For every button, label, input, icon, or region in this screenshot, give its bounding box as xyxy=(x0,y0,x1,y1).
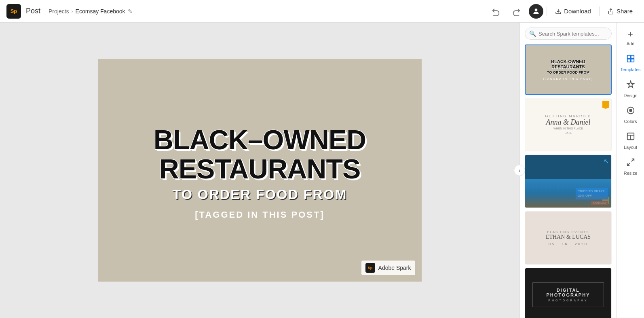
sidebar-add-label: Add xyxy=(627,41,635,46)
app-header: Sp Post Projects › Ecomsay Facebook ✎ Do… xyxy=(0,0,644,23)
sidebar-item-resize[interactable]: Resize xyxy=(619,155,643,179)
breadcrumb: Projects › Ecomsay Facebook ✎ xyxy=(49,8,133,15)
canvas-headline-line2: RESTAURANTS xyxy=(154,155,366,183)
watermark-text: Adobe Spark xyxy=(378,265,411,271)
sidebar-item-design[interactable]: Design xyxy=(619,77,643,101)
canvas-subtext: TO ORDER FOOD FROM xyxy=(154,187,366,202)
t-wedding2-date: 05 . 16 . 2020 xyxy=(549,242,588,246)
t-photography-title: DIGITALPHOTOGRAPHY xyxy=(538,288,599,297)
sidebar-item-templates[interactable]: Templates xyxy=(619,51,643,75)
app-name: Post xyxy=(26,7,40,15)
travel-arrow-icon: ↖ xyxy=(604,157,609,165)
header-right-controls: Download Share xyxy=(529,4,638,19)
template-card-wedding[interactable]: GETTING MARRIED Anna & Daniel WHEN IN TH… xyxy=(525,98,612,151)
share-label: Share xyxy=(617,8,633,15)
sidebar-design-label: Design xyxy=(623,93,637,98)
svg-point-0 xyxy=(535,8,538,11)
template-card-restaurants[interactable]: BLACK-OWNEDRESTAURANTSTO ORDER FOOD FROM… xyxy=(525,45,612,95)
svg-rect-4 xyxy=(631,55,633,58)
t-photography-sub: PHOTOGRAPHY xyxy=(538,299,599,302)
edit-title-icon[interactable]: ✎ xyxy=(128,8,133,15)
svg-point-8 xyxy=(629,109,632,112)
template-card-photography[interactable]: DIGITALPHOTOGRAPHY PHOTOGRAPHY xyxy=(525,268,612,318)
app-logo: Sp xyxy=(6,4,21,19)
canvas-tag: [TAGGED IN THIS POST] xyxy=(154,210,366,219)
canvas-area: BLACK–OWNED RESTAURANTS TO ORDER FOOD FR… xyxy=(0,23,519,318)
add-icon: + xyxy=(628,29,633,40)
t-wedding2-names: ETHAN & LUCAS xyxy=(546,234,591,240)
svg-rect-6 xyxy=(631,59,633,62)
t-wedding-title: GETTING MARRIED xyxy=(545,114,591,118)
sidebar-item-layout[interactable]: Layout xyxy=(619,129,643,153)
layout-icon xyxy=(626,132,635,143)
template-preview-wedding2: FLASHING EVENTS ETHAN & LUCAS 05 . 16 . … xyxy=(525,212,611,264)
undo-button[interactable] xyxy=(488,5,504,17)
resize-icon xyxy=(626,158,635,169)
breadcrumb-separator: › xyxy=(72,8,73,14)
header-center-controls xyxy=(488,5,524,17)
watermark-logo: Sp xyxy=(365,263,375,273)
sidebar-item-add[interactable]: + Add xyxy=(619,26,643,49)
t-wedding2-title: FLASHING EVENTS xyxy=(547,230,589,234)
undo-redo-group xyxy=(488,5,524,17)
header-divider xyxy=(547,6,547,16)
svg-line-13 xyxy=(627,163,629,165)
templates-icon xyxy=(626,54,635,66)
header-divider2 xyxy=(599,6,600,16)
canvas-headline-line1: BLACK–OWNED xyxy=(154,125,366,154)
t-wedding-names: Anna & Daniel xyxy=(546,118,591,127)
breadcrumb-root[interactable]: Projects xyxy=(49,8,69,15)
panel-collapse-button[interactable]: ‹ xyxy=(514,165,525,176)
t-wedding-detail: WHEN IN THIS PLACEDATE xyxy=(553,127,583,135)
bookmark-badge-wedding xyxy=(602,101,609,109)
template-preview-restaurants: BLACK-OWNEDRESTAURANTSTO ORDER FOOD FROM… xyxy=(526,45,611,94)
template-preview-wedding: GETTING MARRIED Anna & Daniel WHEN IN TH… xyxy=(525,98,611,151)
canvas-headline-group: BLACK–OWNED RESTAURANTS TO ORDER FOOD FR… xyxy=(137,117,382,223)
sidebar-colors-label: Colors xyxy=(624,119,637,124)
colors-icon xyxy=(626,106,635,117)
redo-button[interactable] xyxy=(509,5,524,17)
search-input[interactable] xyxy=(538,31,607,37)
sidebar-icons: + Add Templates Design Colors xyxy=(617,23,644,318)
design-icon xyxy=(626,80,635,91)
download-label: Download xyxy=(564,8,591,15)
template-preview-travel: ↖ TRIPS TO BRAZIL25% OFF BOOK NOW xyxy=(525,155,611,208)
breadcrumb-current: Ecomsay Facebook xyxy=(76,8,125,15)
canvas-watermark: Sp Adobe Spark xyxy=(361,261,415,275)
main-content: BLACK–OWNED RESTAURANTS TO ORDER FOOD FR… xyxy=(0,23,644,318)
template-card-travel[interactable]: ↖ TRIPS TO BRAZIL25% OFF BOOK NOW xyxy=(525,155,612,208)
search-icon: 🔍 xyxy=(529,30,536,37)
share-button[interactable]: Share xyxy=(603,5,638,17)
right-panel-container: ‹ 🔍 BLACK-OWNEDRESTAURANTSTO ORDER FOOD … xyxy=(519,23,644,318)
canvas[interactable]: BLACK–OWNED RESTAURANTS TO ORDER FOOD FR… xyxy=(98,59,422,282)
sidebar-item-colors[interactable]: Colors xyxy=(619,103,643,127)
svg-line-12 xyxy=(631,159,633,161)
svg-rect-5 xyxy=(627,59,630,62)
template-card-wedding2[interactable]: FLASHING EVENTS ETHAN & LUCAS 05 . 16 . … xyxy=(525,211,612,265)
sidebar-layout-label: Layout xyxy=(624,145,637,150)
download-button[interactable]: Download xyxy=(550,5,596,17)
template-preview-photography: DIGITALPHOTOGRAPHY PHOTOGRAPHY xyxy=(525,268,611,318)
t-tag-restaurants: (TAGGED IN THIS POST) xyxy=(543,77,593,80)
sidebar-templates-label: Templates xyxy=(620,67,640,72)
avatar[interactable] xyxy=(529,4,543,19)
templates-panel: 🔍 BLACK-OWNEDRESTAURANTSTO ORDER FOOD FR… xyxy=(519,23,617,318)
sidebar-resize-label: Resize xyxy=(624,171,638,176)
svg-rect-3 xyxy=(627,55,630,58)
t-headline-restaurants: BLACK-OWNEDRESTAURANTSTO ORDER FOOD FROM xyxy=(547,59,589,75)
search-bar: 🔍 xyxy=(525,28,612,40)
